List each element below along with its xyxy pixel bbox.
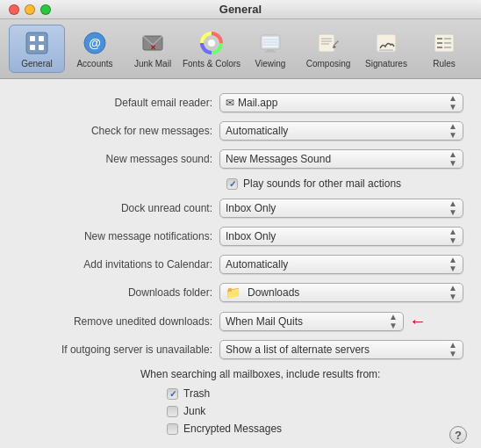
messages-sound-value: New Messages Sound <box>226 153 449 165</box>
outgoing-server-row: If outgoing server is unavailable: Show … <box>18 340 463 359</box>
trash-checkbox[interactable] <box>167 388 178 400</box>
select-arrows-6: ▲▼ <box>449 256 457 273</box>
toolbar-item-junk-mail[interactable]: ✕ Junk Mail <box>125 25 181 73</box>
invitations-row: Add invitations to Calendar: Automatical… <box>18 255 463 274</box>
messages-sound-select[interactable]: New Messages Sound ▲▼ <box>219 149 463 169</box>
titlebar: General <box>0 0 481 19</box>
viewing-label: Viewing <box>255 59 286 69</box>
check-messages-value: Automatically <box>226 125 449 137</box>
encrypted-checkbox[interactable] <box>167 423 178 435</box>
check-messages-control: Automatically ▲▼ <box>219 121 463 141</box>
msg-notifications-select[interactable]: Inbox Only ▲▼ <box>219 227 463 246</box>
junk-mail-icon: ✕ <box>139 29 167 57</box>
encrypted-checkbox-row: Encrypted Messages <box>167 423 463 435</box>
toolbar-item-rules[interactable]: Rules <box>416 25 472 73</box>
msg-notifications-value: Inbox Only <box>226 230 449 242</box>
svg-rect-29 <box>437 42 442 44</box>
play-sounds-checkbox[interactable] <box>226 178 238 190</box>
play-sounds-label: Play sounds for other mail actions <box>243 177 401 190</box>
remove-downloads-row: Remove unedited downloads: When Mail Qui… <box>18 311 463 331</box>
search-section: When searching all mailboxes, include re… <box>88 368 463 435</box>
messages-sound-label: New messages sound: <box>18 153 219 165</box>
check-messages-select[interactable]: Automatically ▲▼ <box>219 121 463 141</box>
invitations-control: Automatically ▲▼ <box>219 255 463 274</box>
junk-checkbox-row: Junk <box>167 405 463 417</box>
window-controls[interactable] <box>9 4 51 15</box>
outgoing-server-label: If outgoing server is unavailable: <box>18 343 219 356</box>
outgoing-server-select[interactable]: Show a list of alternate servers ▲▼ <box>219 340 463 359</box>
svg-rect-3 <box>30 45 35 50</box>
trash-label: Trash <box>183 387 210 400</box>
msg-notifications-label: New message notifications: <box>18 230 219 242</box>
downloads-folder-select[interactable]: 📁 Downloads ▲▼ <box>219 283 463 302</box>
remove-downloads-select[interactable]: When Mail Quits ▲▼ <box>219 312 404 331</box>
select-arrows-3: ▲▼ <box>449 150 457 168</box>
help-button[interactable]: ? <box>449 426 467 444</box>
window-title: General <box>219 3 262 16</box>
accounts-label: Accounts <box>76 59 112 69</box>
svg-rect-32 <box>444 47 451 48</box>
minimize-button[interactable] <box>25 4 35 15</box>
outgoing-server-value: Show a list of alternate servers <box>226 343 449 356</box>
invitations-select[interactable]: Automatically ▲▼ <box>219 255 463 274</box>
toolbar-item-accounts[interactable]: @ Accounts <box>67 25 123 73</box>
svg-rect-28 <box>444 38 451 40</box>
signatures-label: Signatures <box>365 59 407 69</box>
toolbar-item-viewing[interactable]: Viewing <box>242 25 298 73</box>
rules-label: Rules <box>433 59 456 69</box>
close-button[interactable] <box>9 4 19 15</box>
junk-mail-label: Junk Mail <box>134 59 171 69</box>
search-checkboxes: Trash Junk Encrypted Messages <box>167 387 463 435</box>
toolbar-item-fonts-colors[interactable]: Fonts & Colors <box>183 25 240 73</box>
check-messages-row: Check for new messages: Automatically ▲▼ <box>18 121 463 141</box>
select-arrows-4: ▲▼ <box>449 199 457 217</box>
toolbar-item-general[interactable]: General <box>9 25 65 73</box>
mail-icon: ✉ <box>226 97 234 109</box>
dock-unread-value: Inbox Only <box>226 202 449 214</box>
toolbar-item-signatures[interactable]: Signatures <box>358 25 414 73</box>
composing-label: Composing <box>306 59 351 69</box>
trash-checkbox-row: Trash <box>167 387 463 400</box>
msg-notifications-row: New message notifications: Inbox Only ▲▼ <box>18 227 463 246</box>
toolbar-item-composing[interactable]: Composing <box>300 25 356 73</box>
svg-rect-24 <box>377 34 396 52</box>
svg-rect-30 <box>444 42 451 44</box>
svg-rect-1 <box>30 36 35 41</box>
fonts-colors-icon <box>197 29 226 57</box>
dock-unread-select[interactable]: Inbox Only ▲▼ <box>219 199 463 218</box>
svg-rect-20 <box>319 34 334 52</box>
viewing-icon <box>256 29 284 57</box>
default-email-value: ✉ Mail.app <box>226 97 449 109</box>
remove-downloads-control: When Mail Quits ▲▼ ← <box>219 311 463 331</box>
svg-rect-4 <box>39 45 44 50</box>
junk-checkbox[interactable] <box>167 406 178 417</box>
msg-notifications-control: Inbox Only ▲▼ <box>219 227 463 246</box>
folder-icon: 📁 <box>226 285 240 300</box>
default-email-select[interactable]: ✉ Mail.app ▲▼ <box>219 93 463 112</box>
svg-rect-0 <box>26 33 47 54</box>
svg-rect-31 <box>437 47 442 48</box>
dock-unread-control: Inbox Only ▲▼ <box>219 199 463 218</box>
select-arrows-8: ▲▼ <box>389 313 398 330</box>
dock-unread-label: Dock unread count: <box>18 202 219 214</box>
maximize-button[interactable] <box>40 4 51 15</box>
default-email-control: ✉ Mail.app ▲▼ <box>219 93 463 112</box>
svg-text:@: @ <box>89 36 101 50</box>
dock-unread-row: Dock unread count: Inbox Only ▲▼ <box>18 199 463 218</box>
play-sounds-row: Play sounds for other mail actions <box>226 177 463 190</box>
select-arrows-2: ▲▼ <box>449 122 457 140</box>
general-icon <box>23 29 51 57</box>
downloads-folder-label: Downloads folder: <box>18 286 219 299</box>
downloads-folder-value: 📁 Downloads <box>226 285 449 300</box>
search-title: When searching all mailboxes, include re… <box>140 368 463 380</box>
fonts-colors-label: Fonts & Colors <box>183 59 240 69</box>
remove-downloads-value: When Mail Quits <box>226 315 389 328</box>
settings-content: Default email reader: ✉ Mail.app ▲▼ Chec… <box>0 79 481 448</box>
highlight-arrow-icon: ← <box>409 311 427 331</box>
svg-point-12 <box>208 40 215 47</box>
accounts-icon: @ <box>81 29 109 57</box>
downloads-folder-row: Downloads folder: 📁 Downloads ▲▼ <box>18 283 463 302</box>
rules-icon <box>430 29 458 57</box>
remove-downloads-label: Remove unedited downloads: <box>18 315 219 328</box>
svg-rect-2 <box>39 36 44 41</box>
